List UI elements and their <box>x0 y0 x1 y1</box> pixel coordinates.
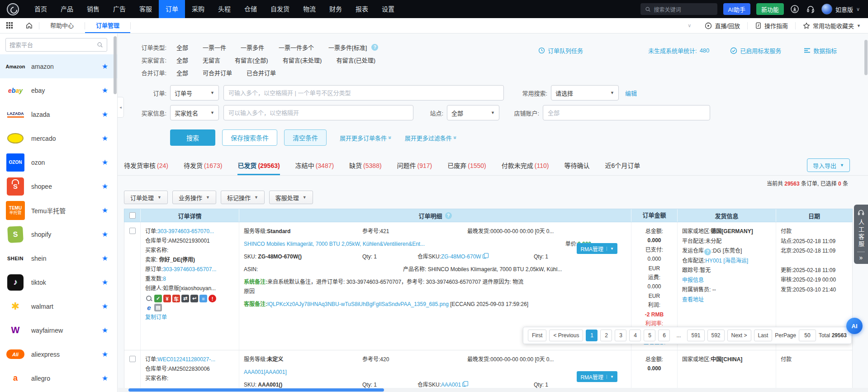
filter-option[interactable]: 已合并订单 <box>247 68 276 77</box>
copy-order-link[interactable]: 复制订单 <box>145 314 167 320</box>
money-bag-icon[interactable]: ¥ <box>163 295 171 302</box>
tab-last-6-months[interactable]: 近6个月订单 <box>605 161 640 175</box>
tab-discarded[interactable]: 已废弃(1550) <box>447 161 486 175</box>
filter-option[interactable]: 可合并订单 <box>203 68 232 77</box>
star-icon[interactable]: ★ <box>102 62 108 71</box>
sidebar-item-mercado[interactable]: mercado ★ <box>0 126 117 150</box>
tab-out-of-stock[interactable]: 缺货(5388) <box>349 161 381 175</box>
filter-option[interactable]: 无留言 <box>203 56 220 64</box>
nav-selfship[interactable]: 自发货 <box>264 0 296 18</box>
ai-assistant-button[interactable]: AI助手 <box>723 3 750 15</box>
sidebar-item-temu[interactable]: TEMU半托管 Temu半托管 ★ <box>0 198 117 222</box>
buyer-type-select[interactable]: 买家姓名 ▼ <box>170 105 219 120</box>
tab-frozen[interactable]: 冻结中(3487) <box>295 161 334 175</box>
tab-order-management[interactable]: 订单管理 <box>85 18 130 33</box>
nav-products[interactable]: 产品 <box>54 0 80 18</box>
order-process-button[interactable]: 订单处理▼ <box>124 191 168 204</box>
expand-order-conditions-link[interactable]: 展开更多订单条件 » <box>340 134 392 142</box>
sidebar-item-ebay[interactable]: ebay ebay ★ <box>0 78 117 102</box>
star-icon[interactable]: ★ <box>102 278 108 287</box>
vertical-scrollbar[interactable] <box>864 40 868 75</box>
platform-search-box[interactable] <box>5 38 107 52</box>
filter-option[interactable]: 一票一件 <box>203 43 226 52</box>
filter-option[interactable]: 全部 <box>176 56 188 64</box>
question-icon[interactable]: ? <box>704 249 711 255</box>
sidebar-item-aliexpress[interactable]: Ali aliexpress ★ <box>0 342 117 366</box>
sidebar-item-amazon[interactable]: Amazon amazon ★ <box>0 54 117 78</box>
star-icon[interactable]: ★ <box>102 374 108 382</box>
clear-conditions-button[interactable]: 清空条件 <box>284 129 327 146</box>
product-title-link[interactable]: AAA001[AAA001] <box>244 369 287 375</box>
sidebar-item-wayfair[interactable]: W wayfairnew ★ <box>0 318 117 342</box>
nav-logistics[interactable]: 物流 <box>296 0 323 18</box>
headset-icon[interactable] <box>806 4 816 14</box>
package-transfer-icon[interactable]: ⇄ <box>181 295 189 302</box>
expand-icon[interactable]: » <box>859 254 863 261</box>
brand-logo-icon[interactable] <box>7 3 19 15</box>
nav-reports[interactable]: 报表 <box>349 0 375 18</box>
resend-count-link[interactable]: 8 <box>163 276 166 282</box>
row-checkbox[interactable] <box>129 228 136 234</box>
order-type-select[interactable]: 订单号 ▼ <box>170 85 219 100</box>
search-icon[interactable] <box>145 295 153 302</box>
filter-option[interactable]: 有留言(已处理) <box>336 56 375 64</box>
sidebar-item-allegro[interactable]: a allegro ★ <box>0 366 117 390</box>
platform-search-input[interactable] <box>9 42 97 48</box>
nav-home[interactable]: 首页 <box>28 0 54 18</box>
warehouse-delivery-link[interactable]: HY001 [海邑海运] <box>705 258 748 264</box>
page-1[interactable]: 1 <box>586 330 598 341</box>
business-ops-button[interactable]: 业务操作▼ <box>172 191 216 204</box>
new-features-button[interactable]: 新功能 <box>756 3 784 15</box>
common-search-select[interactable]: 请选择 ▼ <box>551 85 619 100</box>
page-4[interactable]: 4 <box>629 330 641 341</box>
truck-icon[interactable]: 车 <box>172 295 180 302</box>
ai-float-button[interactable]: AI <box>846 318 863 334</box>
nav-firstleg[interactable]: 头程 <box>211 0 237 18</box>
user-menu[interactable]: 如意版 ∨ <box>821 4 860 14</box>
tab-pending-audit[interactable]: 待发货审核(24) <box>124 161 168 175</box>
warehouse-sku-link[interactable]: AAA001 <box>441 382 461 388</box>
page-6[interactable]: 6 <box>658 330 670 341</box>
e-invoice-icon[interactable]: e <box>145 304 153 311</box>
original-order-link[interactable]: 303-3974603-65707... <box>163 266 216 272</box>
sidebar-item-lazada[interactable]: LAZADA lazada ★ <box>0 102 117 126</box>
live-replay-link[interactable]: 直播/回放 <box>697 22 747 29</box>
home-icon[interactable] <box>25 22 33 29</box>
page-2[interactable]: 2 <box>600 330 612 341</box>
expand-filter-conditions-link[interactable]: 展开更多过滤条件 » <box>405 134 457 142</box>
tab-problem[interactable]: 问题件(917) <box>397 161 432 175</box>
tab-awaiting-confirm[interactable]: 等待确认 <box>564 161 589 175</box>
page-5[interactable]: 5 <box>644 330 655 341</box>
per-page-input[interactable] <box>799 330 816 341</box>
edit-common-search-link[interactable]: 编辑 <box>625 89 637 97</box>
sidebar-item-ozon[interactable]: OZON ozon ★ <box>0 150 117 174</box>
select-all-checkbox[interactable] <box>129 212 136 219</box>
buyer-input[interactable] <box>223 105 413 120</box>
horizontal-scrollbar-thumb[interactable] <box>128 388 384 392</box>
rma-manage-button[interactable]: RMA管理▼ <box>577 371 617 382</box>
package-return-icon[interactable]: ↩ <box>190 295 198 302</box>
customer-service-float-tab[interactable]: 人工客服 » <box>854 205 868 264</box>
page-3[interactable]: 3 <box>615 330 626 341</box>
rma-manage-button[interactable]: RMA管理▼ <box>577 243 617 254</box>
view-address-link[interactable]: 查看地址 <box>682 296 704 303</box>
star-icon[interactable]: ★ <box>102 110 108 119</box>
nav-warehouse[interactable]: 仓储 <box>237 0 264 18</box>
star-icon[interactable]: ★ <box>102 182 108 191</box>
star-icon[interactable]: ★ <box>102 254 108 263</box>
warehouse-sku-link[interactable]: ZG-48MO-670W <box>441 253 481 260</box>
nav-service[interactable]: 客服 <box>133 0 159 18</box>
star-icon[interactable]: ★ <box>102 86 108 95</box>
page-last[interactable]: Last <box>754 330 773 341</box>
card-icon[interactable]: ▤ <box>154 304 162 311</box>
question-icon[interactable]: ? <box>371 44 378 51</box>
page-first[interactable]: First <box>528 330 546 341</box>
page-591[interactable]: 591 <box>687 330 704 341</box>
sidebar-item-walmart[interactable]: ✱ walmart ★ <box>0 294 117 318</box>
star-icon[interactable]: ★ <box>102 302 108 311</box>
filter-option[interactable]: 全部 <box>176 43 188 52</box>
guide-link[interactable]: 操作指南 <box>747 22 795 29</box>
star-icon[interactable]: ★ <box>102 158 108 167</box>
page-previous[interactable]: < Previous <box>549 330 583 341</box>
sidebar-scrollbar[interactable] <box>114 36 117 94</box>
